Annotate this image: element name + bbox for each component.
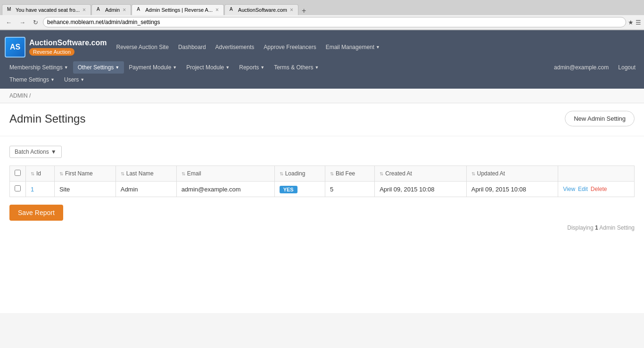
nav-other-settings[interactable]: Other Settings ▼ (73, 61, 124, 74)
row-actions: View Edit Delete (563, 186, 629, 192)
breadcrumb-separator: / (29, 92, 31, 99)
th-last-name[interactable]: ⇅Last Name (116, 166, 176, 182)
app: AS AuctionSoftware.com Reverse Auction R… (0, 30, 644, 313)
logo-initials: AS (10, 43, 20, 51)
menu-icon: ☰ (636, 19, 641, 26)
row-checkbox[interactable] (15, 185, 21, 191)
new-admin-setting-button[interactable]: New Admin Setting (565, 111, 635, 126)
row-created-at: April 09, 2015 10:08 (375, 182, 467, 197)
batch-actions-button[interactable]: Batch Actions ▼ (9, 146, 62, 158)
th-actions (558, 166, 635, 182)
nav-project-module[interactable]: Project Module ▼ (182, 61, 234, 74)
tab-1-title: You have vacated seat fro... (16, 7, 80, 13)
tab-3-close[interactable]: × (215, 7, 219, 13)
admin-settings-table: ⇅Id ⇅First Name ⇅Last Name ⇅Email ⇅Loadi… (9, 166, 635, 197)
reload-button[interactable]: ↻ (30, 17, 41, 27)
th-created-at[interactable]: ⇅Created At (375, 166, 467, 182)
th-bid-fee[interactable]: ⇅Bid Fee (325, 166, 374, 182)
nav-right: admin@example.com Logout (550, 61, 639, 74)
breadcrumb: ADMIN / (0, 89, 644, 103)
th-loading[interactable]: ⇅Loading (274, 166, 325, 182)
page-header: Admin Settings New Admin Setting (0, 103, 644, 136)
row-id: 1 (26, 182, 55, 197)
breadcrumb-admin[interactable]: ADMIN (9, 92, 28, 99)
nav-membership-settings[interactable]: Membership Settings ▼ (5, 61, 73, 74)
edit-link[interactable]: Edit (578, 186, 588, 192)
row-checkbox-cell (10, 182, 26, 197)
new-tab-button[interactable]: + (299, 7, 309, 15)
logout-link[interactable]: Logout (614, 61, 639, 74)
th-first-name[interactable]: ⇅First Name (54, 166, 116, 182)
tab-1[interactable]: M You have vacated seat fro... × (2, 4, 91, 15)
nav-row-2: Membership Settings ▼ Other Settings ▼ P… (0, 61, 644, 74)
url-bar[interactable] (43, 17, 626, 27)
table-header-row: ⇅Id ⇅First Name ⇅Last Name ⇅Email ⇅Loadi… (10, 166, 635, 182)
save-report-button[interactable]: Save Report (9, 205, 63, 221)
nav-theme-settings[interactable]: Theme Settings ▼ (5, 74, 59, 86)
delete-link[interactable]: Delete (591, 186, 607, 192)
select-all-checkbox[interactable] (15, 170, 21, 176)
tab-2-favicon: A (97, 7, 103, 13)
browser-tabs: M You have vacated seat fro... × A Admin… (0, 0, 644, 15)
row-id-link[interactable]: 1 (31, 186, 34, 193)
nav-users[interactable]: Users ▼ (59, 74, 89, 86)
nav-reverse-auction-site[interactable]: Reverse Auction Site (111, 41, 173, 53)
row-last-name: Admin (116, 182, 176, 197)
logo-icon: AS (5, 37, 25, 58)
nav-payment-module[interactable]: Payment Module ▼ (124, 61, 182, 74)
row-bid-fee: 5 (325, 182, 374, 197)
tab-3[interactable]: A Admin Settings | Reverse A... × (132, 4, 224, 15)
tab-2-close[interactable]: × (123, 7, 126, 13)
row-updated-at: April 09, 2015 10:08 (466, 182, 558, 197)
batch-actions-label: Batch Actions (15, 149, 49, 155)
tab-4-close[interactable]: × (290, 7, 293, 13)
nav-advertisements[interactable]: Advertisements (211, 41, 259, 53)
bookmarks-icon: ★ (628, 19, 634, 26)
th-email[interactable]: ⇅Email (176, 166, 274, 182)
tab-3-favicon: A (137, 7, 143, 13)
tab-1-close[interactable]: × (83, 7, 86, 13)
row-first-name: Site (54, 182, 116, 197)
nav-email-management[interactable]: Email Management ▼ (321, 41, 385, 53)
tab-4[interactable]: A AuctionSoftware.com × (224, 4, 298, 15)
nav-row-1: AS AuctionSoftware.com Reverse Auction R… (0, 30, 644, 61)
top-nav: AS AuctionSoftware.com Reverse Auction R… (0, 30, 644, 89)
logo-text-area: AuctionSoftware.com Reverse Auction (29, 39, 107, 56)
page-title: Admin Settings (9, 112, 85, 125)
browser-toolbar: ← → ↻ ★ ☰ (0, 15, 644, 30)
forward-button[interactable]: → (17, 17, 28, 27)
loading-badge: YES (280, 186, 297, 193)
row-actions-cell: View Edit Delete (558, 182, 635, 197)
row-email: admin@example.com (176, 182, 274, 197)
save-report-area: Save Report (9, 205, 635, 221)
tab-4-favicon: A (230, 7, 236, 13)
browser-chrome: M You have vacated seat fro... × A Admin… (0, 0, 644, 30)
display-text: Displaying 1 Admin Setting (567, 224, 635, 231)
logo-area: AS AuctionSoftware.com Reverse Auction (5, 33, 111, 61)
th-updated-at[interactable]: ⇅Updated At (466, 166, 558, 182)
tab-4-title: AuctionSoftware.com (238, 7, 287, 13)
nav-dashboard[interactable]: Dashboard (173, 41, 211, 53)
view-link[interactable]: View (563, 186, 575, 192)
display-info: Displaying 1 Admin Setting (9, 224, 635, 231)
nav-reports[interactable]: Reports ▼ (234, 61, 269, 74)
table-row: 1 Site Admin admin@example.com YES 5 Apr… (10, 182, 635, 197)
batch-actions-arrow: ▼ (51, 149, 57, 155)
nav-approve-freelancers[interactable]: Approve Freelancers (259, 41, 321, 53)
tab-2[interactable]: A Admin × (91, 4, 131, 15)
th-id[interactable]: ⇅Id (26, 166, 55, 182)
nav-row-3: Theme Settings ▼ Users ▼ (0, 74, 644, 89)
logo-name: AuctionSoftware.com (29, 39, 107, 47)
nav-terms-others[interactable]: Terms & Others ▼ (269, 61, 323, 74)
th-checkbox (10, 166, 26, 182)
logo-sub: Reverse Auction (29, 48, 74, 56)
content: Batch Actions ▼ ⇅Id ⇅First Name ⇅Last Na… (0, 136, 644, 240)
admin-email: admin@example.com (550, 61, 612, 74)
row-loading: YES (274, 182, 325, 197)
back-button[interactable]: ← (3, 17, 15, 27)
tab-1-favicon: M (7, 7, 14, 13)
tab-3-title: Admin Settings | Reverse A... (145, 7, 213, 13)
toolbar-icons: ★ ☰ (628, 19, 641, 26)
tab-2-title: Admin (105, 7, 120, 13)
